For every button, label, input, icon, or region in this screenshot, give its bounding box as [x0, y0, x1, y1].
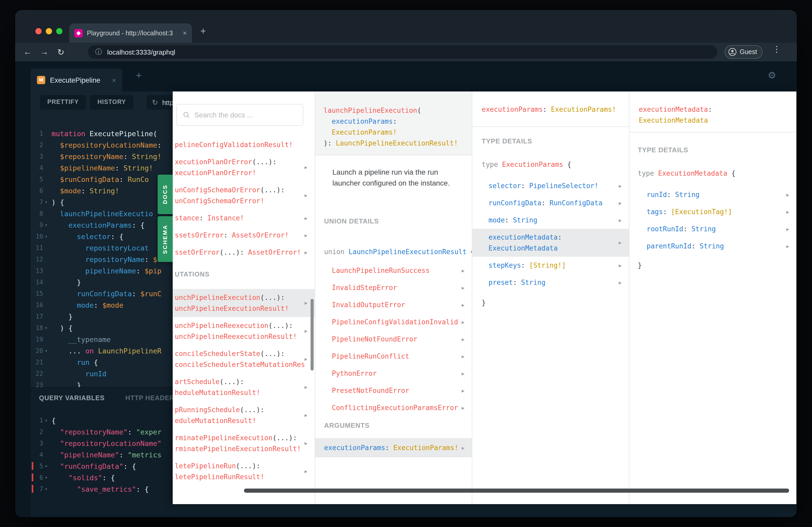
type-signature-header: executionParams: ExecutionParams! — [472, 91, 629, 127]
settings-gear-icon[interactable]: ⚙ — [768, 70, 776, 81]
docs-search[interactable] — [176, 104, 303, 126]
union-type-item[interactable]: PresetNotFoundError▸ — [315, 382, 472, 399]
playground-new-tab-button[interactable]: + — [136, 70, 142, 81]
chevron-right-icon: ▸ — [305, 328, 307, 334]
browser-menu-icon[interactable]: ⋮ — [772, 44, 781, 54]
chevron-right-icon: ▸ — [619, 262, 622, 269]
fold-caret-icon[interactable]: ▾ — [45, 483, 48, 495]
docs-list-item[interactable]: concileSchedulerState(...):concileSchedu… — [173, 345, 315, 373]
address-bar[interactable]: ⓘ localhost:3333/graphql — [88, 45, 717, 59]
traffic-light-zoom[interactable] — [56, 28, 62, 34]
fold-caret-icon[interactable]: ▾ — [45, 345, 48, 357]
fold-caret-icon[interactable]: ▾ — [45, 461, 48, 472]
schema-tab[interactable]: SCHEMA — [158, 216, 173, 262]
type-field-row[interactable]: rootRunId: String▸ — [629, 220, 796, 238]
type-field-row[interactable]: tags: [ExecutionTag!]▸ — [629, 203, 796, 220]
type-close-brace: } — [638, 260, 796, 271]
docs-list-item[interactable]: pRunningSchedule(...):eduleMutationResul… — [173, 401, 315, 429]
chevron-right-icon: ▸ — [462, 370, 465, 377]
type-field-row[interactable]: stepKeys: [String!]▸ — [472, 257, 629, 274]
docs-list-item[interactable]: unchPipelineReexecution(...):unchPipelin… — [173, 317, 315, 345]
docs-column-type-detail: executionParams: ExecutionParams! TYPE D… — [472, 91, 629, 504]
tab-close-icon[interactable]: × — [183, 29, 187, 37]
type-field-row[interactable]: mode: String▸ — [472, 212, 629, 229]
chevron-right-icon: ▸ — [786, 191, 789, 198]
prettify-button[interactable]: PRETTIFY — [40, 95, 86, 110]
reload-button[interactable]: ↻ — [53, 47, 69, 57]
union-type-item[interactable]: InvalidOutputError▸ — [315, 296, 472, 313]
docs-header-line[interactable]: executionMetadata:ExecutionMetadata — [629, 104, 796, 126]
docs-list-item[interactable]: pelineConfigValidationResult! — [173, 136, 315, 153]
endpoint-reload-icon[interactable]: ↻ — [152, 98, 158, 107]
docs-header-line[interactable]: ): LaunchPipelineExecutionResult! — [315, 138, 472, 149]
docs-tab[interactable]: DOCS — [158, 175, 173, 214]
union-type-item[interactable]: ConflictingExecutionParamsError▸ — [315, 399, 472, 416]
docs-header-line[interactable]: executionParams: — [315, 116, 472, 127]
docs-search-input[interactable] — [194, 111, 296, 119]
type-field-row[interactable]: parentRunId: String▸ — [629, 238, 796, 255]
fold-caret-icon[interactable]: ▾ — [45, 219, 48, 231]
union-type-item[interactable]: PipelineNotFoundError▸ — [315, 331, 472, 348]
chevron-right-icon: ▸ — [462, 319, 465, 325]
arguments-label: ARGUMENTS — [324, 421, 472, 430]
docs-list-item[interactable]: letePipelineRun(...):letePipelineRunResu… — [173, 457, 315, 485]
history-button[interactable]: HISTORY — [90, 95, 133, 110]
type-field-row[interactable]: preset: String▸ — [472, 274, 629, 291]
docs-list-item[interactable]: xecutionPlanOrError(...):xecutionPlanOrE… — [173, 153, 315, 181]
chevron-right-icon: ▸ — [462, 445, 465, 451]
type-field-row[interactable]: executionMetadata:ExecutionMetadata▸ — [472, 229, 629, 257]
docs-list-item[interactable]: stance: Instance!▸ — [173, 209, 315, 227]
type-field-row[interactable]: runId: String▸ — [629, 186, 796, 203]
docs-list-item[interactable]: ssetsOrError: AssetsOrError!▸ — [173, 227, 315, 244]
chevron-right-icon: ▸ — [462, 284, 465, 291]
union-type-item[interactable]: PipelineRunConflict▸ — [315, 348, 472, 365]
fold-caret-icon[interactable]: ▾ — [45, 322, 48, 334]
traffic-light-minimize[interactable] — [46, 28, 52, 34]
docs-vertical-scrollbar[interactable] — [310, 299, 314, 371]
docs-header-line[interactable]: ExecutionParams! — [315, 127, 472, 138]
argument-row[interactable]: executionParams: ExecutionParams!▸ — [315, 438, 472, 457]
chevron-right-icon: ▸ — [619, 199, 622, 206]
forward-button[interactable]: → — [36, 47, 53, 57]
chevron-right-icon: ▸ — [305, 440, 307, 447]
docs-panel: pelineConfigValidationResult!xecutionPla… — [173, 91, 796, 504]
type-field-row[interactable]: runConfigData: RunConfigData▸ — [472, 194, 629, 212]
docs-list-item[interactable]: ssetOrError(...): AssetOrError!▸ — [173, 244, 315, 261]
playground-content: M ExecutePipeline × + ⚙ PRETTIFY HISTORY… — [15, 61, 797, 517]
back-button[interactable]: ← — [19, 47, 36, 57]
union-type-item[interactable]: LaunchPipelineRunSuccess▸ — [315, 262, 472, 279]
docs-header-line[interactable]: executionParams: ExecutionParams! — [472, 104, 629, 115]
profile-button[interactable]: Guest — [725, 45, 763, 59]
session-tab-close-icon[interactable]: × — [112, 76, 116, 84]
fold-caret-icon[interactable]: ▾ — [45, 196, 48, 208]
chevron-right-icon: ▸ — [462, 404, 465, 411]
docs-list-item[interactable]: rminatePipelineExecution(...):rminatePip… — [173, 429, 315, 457]
union-type-item[interactable]: InvalidStepError▸ — [315, 279, 472, 296]
type-field-row[interactable]: selector: PipelineSelector!▸ — [472, 177, 629, 194]
fold-caret-icon[interactable]: ▾ — [45, 231, 48, 242]
session-tab[interactable]: M ExecutePipeline × — [31, 69, 122, 91]
chevron-right-icon: ▸ — [786, 208, 789, 215]
query-variables-label[interactable]: QUERY VARIABLES — [39, 395, 104, 402]
chevron-right-icon: ▸ — [786, 226, 789, 232]
new-tab-button[interactable]: + — [200, 26, 206, 37]
traffic-light-close[interactable] — [35, 28, 42, 34]
chevron-right-icon: ▸ — [305, 300, 307, 306]
site-info-icon[interactable]: ⓘ — [95, 47, 102, 57]
docs-list-item[interactable]: artSchedule(...):heduleMutationResult!▸ — [173, 373, 315, 401]
chevron-right-icon: ▸ — [305, 384, 307, 391]
docs-list-item[interactable]: unchPipelineExecution(...):unchPipelineE… — [173, 289, 315, 317]
docs-header-line[interactable]: launchPipelineExecution( — [315, 105, 472, 116]
union-type-item[interactable]: PipelineConfigValidationInvalid▸ — [315, 313, 472, 331]
type-declaration: type ExecutionMetadata { — [638, 168, 796, 179]
fold-caret-icon[interactable]: ▾ — [45, 415, 48, 426]
browser-tab[interactable]: Playground - http://localhost:3 × — [69, 24, 192, 43]
docs-list-item[interactable]: unConfigSchemaOrError(...):unConfigSchem… — [173, 181, 315, 209]
browser-navbar: ← → ↻ ⓘ localhost:3333/graphql Guest ⋮ — [15, 43, 797, 61]
type-details-label: TYPE DETAILS — [638, 146, 796, 154]
union-type-item[interactable]: PythonError▸ — [315, 365, 472, 382]
docs-horizontal-scrollbar[interactable] — [244, 488, 789, 493]
tab-title: Playground - http://localhost:3 — [87, 29, 179, 36]
fold-caret-icon[interactable]: ▾ — [45, 472, 48, 483]
http-headers-label[interactable]: HTTP HEADERS — [125, 395, 179, 402]
